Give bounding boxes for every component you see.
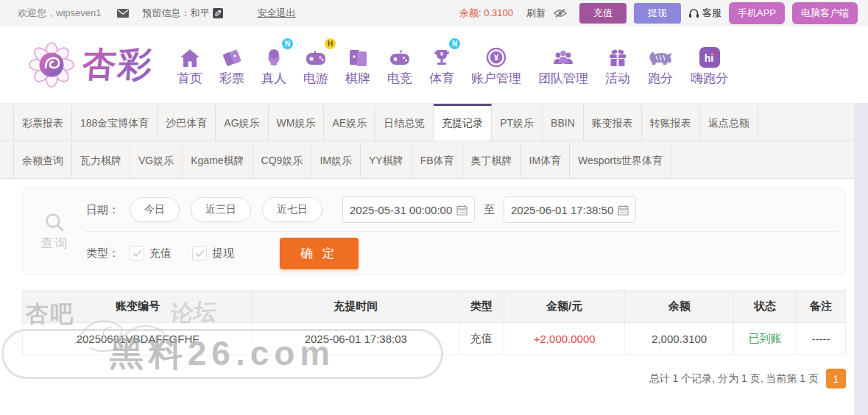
check-icon — [133, 249, 142, 258]
badge-new: N — [449, 38, 460, 49]
tab-vg[interactable]: VG娱乐 — [130, 141, 183, 178]
tab-aoding[interactable]: 奥丁棋牌 — [463, 141, 521, 178]
tab-pt[interactable]: PT娱乐 — [492, 104, 543, 141]
tab-saba-sports[interactable]: 沙巴体育 — [158, 104, 216, 141]
date-from-input[interactable]: 2025-05-31 00:00:00 — [342, 196, 475, 223]
header-row: 杏彩 首页 彩票 N 真人 H 电游 棋牌 电竞 ¥ — [0, 26, 868, 103]
brand-name: 杏彩 — [81, 42, 155, 88]
withdraw-checkbox-label[interactable]: 提现 — [212, 246, 234, 260]
cell-time: 2025-06-01 17:38:03 — [253, 323, 459, 355]
mobile-app-button[interactable]: 手机APP — [729, 2, 785, 24]
records-table: 账变编号 充提时间 类型 金额/元 余额 状态 备注 20250601VBDAF… — [22, 290, 846, 355]
nav-item-account[interactable]: ¥ 账户管理 — [466, 43, 526, 87]
col-header-amount: 金额/元 — [504, 291, 625, 323]
logout-link[interactable]: 安全退出 — [257, 7, 295, 20]
tab-transfer-report[interactable]: 转账报表 — [642, 104, 700, 141]
date-label: 日期： — [86, 203, 119, 217]
tab-rebate-total[interactable]: 返点总额 — [700, 104, 758, 141]
col-header-change-id: 账变编号 — [23, 291, 253, 323]
date-to-input[interactable]: 2025-06-01 17:38:50 — [504, 196, 636, 223]
deposit-button[interactable]: 充值 — [579, 3, 627, 24]
live-dealer-icon — [264, 48, 284, 68]
nav-item-paofen[interactable]: 跑分 — [642, 43, 679, 87]
pc-client-button[interactable]: 电脑客户端 — [792, 2, 858, 24]
tab-fb-sports[interactable]: FB体育 — [412, 141, 463, 178]
nav-item-lottery[interactable]: 彩票 — [214, 43, 250, 87]
tab-wali[interactable]: 瓦力棋牌 — [72, 141, 130, 178]
confirm-button[interactable]: 确 定 — [280, 238, 359, 269]
quick-3days-button[interactable]: 近三日 — [191, 197, 251, 222]
nav-item-esports[interactable]: 电竞 — [382, 43, 417, 87]
type-filter-row: 类型： 充值 提现 确 定 — [86, 232, 836, 274]
quick-7days-button[interactable]: 近七日 — [262, 197, 322, 222]
tab-daily-summary[interactable]: 日结总览 — [375, 104, 434, 141]
mail-icon[interactable] — [117, 9, 129, 18]
tab-ae[interactable]: AE娱乐 — [324, 104, 375, 141]
coin-icon: ¥ — [486, 47, 507, 68]
tab-deposit-withdraw-records[interactable]: 充提记录 — [434, 104, 492, 141]
withdraw-checkbox[interactable] — [192, 246, 207, 260]
to-label: 至 — [484, 203, 495, 217]
nav-item-live[interactable]: N 真人 — [256, 43, 292, 87]
svg-text:¥: ¥ — [440, 51, 444, 57]
svg-text:hi: hi — [704, 52, 713, 64]
deposit-checkbox-label[interactable]: 充值 — [149, 246, 172, 260]
check-icon — [195, 249, 205, 258]
welcome-text: 欢迎您，wipseven1 — [18, 7, 101, 20]
col-header-type: 类型 — [459, 291, 504, 323]
customer-service[interactable]: 客服 — [688, 7, 721, 20]
headset-icon — [688, 8, 699, 18]
balance-value: 0.3100 — [484, 7, 513, 18]
right-edge-strip — [854, 103, 868, 415]
esports-gamepad-icon — [389, 50, 411, 68]
filter-panel: 查询 日期： 今日 近三日 近七日 2025-05-31 00:00:00 至 … — [22, 188, 846, 275]
rhino-icon — [647, 50, 674, 68]
cell-type: 充值 — [459, 323, 504, 355]
nav-item-slots[interactable]: H 电游 — [298, 43, 334, 87]
nav-item-promo[interactable]: 活动 — [600, 43, 635, 87]
nav-item-sports[interactable]: ¥ N 体育 — [424, 43, 459, 87]
query-label: 查询 — [40, 235, 68, 252]
tab-row-1: 彩票报表 188金宝博体育 沙巴体育 AG娱乐 WM娱乐 AE娱乐 日结总览 充… — [0, 104, 868, 141]
tab-cq9[interactable]: CQ9娱乐 — [253, 141, 312, 178]
tab-kgame[interactable]: Kgame棋牌 — [183, 141, 253, 178]
refresh-link[interactable]: 刷新 — [526, 7, 546, 20]
nav-item-board-games[interactable]: 棋牌 — [340, 43, 375, 87]
report-tabs: 彩票报表 188金宝博体育 沙巴体育 AG娱乐 WM娱乐 AE娱乐 日结总览 充… — [0, 103, 868, 179]
tab-bbin[interactable]: BBIN — [543, 104, 584, 141]
tab-im-casino[interactable]: IM娱乐 — [311, 141, 361, 178]
withdraw-button[interactable]: 提现 — [634, 3, 681, 24]
badge-hot: H — [325, 38, 336, 49]
service-label: 客服 — [702, 7, 721, 20]
top-bar: 欢迎您，wipseven1 预留信息：和平 安全退出 余额: 0.3100 刷新… — [0, 0, 868, 26]
tab-ag[interactable]: AG娱乐 — [216, 104, 268, 141]
col-header-status: 状态 — [733, 291, 796, 323]
col-header-remark: 备注 — [796, 291, 845, 323]
tab-wesports[interactable]: Wesports世界体育 — [570, 141, 671, 178]
tab-yy[interactable]: YY棋牌 — [361, 141, 412, 178]
col-header-time: 充提时间 — [253, 291, 459, 323]
home-icon — [180, 49, 200, 68]
nav-item-home[interactable]: 首页 — [172, 43, 208, 87]
tab-188-sports[interactable]: 188金宝博体育 — [72, 104, 158, 141]
tab-row-2: 余额查询 瓦力棋牌 VG娱乐 Kgame棋牌 CQ9娱乐 IM娱乐 YY棋牌 F… — [0, 141, 868, 178]
site-logo[interactable]: 杏彩 — [28, 41, 153, 88]
ticket-icon — [222, 49, 242, 68]
query-side: 查询 — [23, 188, 86, 274]
calendar-icon — [456, 205, 467, 216]
tab-account-change[interactable]: 账变报表 — [584, 104, 642, 141]
team-icon — [552, 49, 574, 68]
tab-lottery-report[interactable]: 彩票报表 — [13, 104, 72, 141]
tab-balance-query[interactable]: 余额查询 — [13, 141, 72, 178]
page-1-button[interactable]: 1 — [826, 369, 846, 389]
deposit-checkbox[interactable] — [130, 246, 144, 260]
quick-today-button[interactable]: 今日 — [130, 197, 180, 222]
tab-im-sports[interactable]: IM体育 — [521, 141, 571, 178]
tab-wm[interactable]: WM娱乐 — [269, 104, 325, 141]
nav-item-team[interactable]: 团队管理 — [533, 43, 593, 87]
pagination-summary: 总计 1 个记录, 分为 1 页, 当前第 1 页 — [649, 372, 819, 386]
calendar-icon — [618, 205, 629, 216]
edit-icon[interactable] — [213, 8, 223, 18]
nav-item-hi-paofen[interactable]: hi 嗨跑分 — [685, 43, 733, 87]
eye-slash-icon[interactable] — [553, 8, 568, 18]
